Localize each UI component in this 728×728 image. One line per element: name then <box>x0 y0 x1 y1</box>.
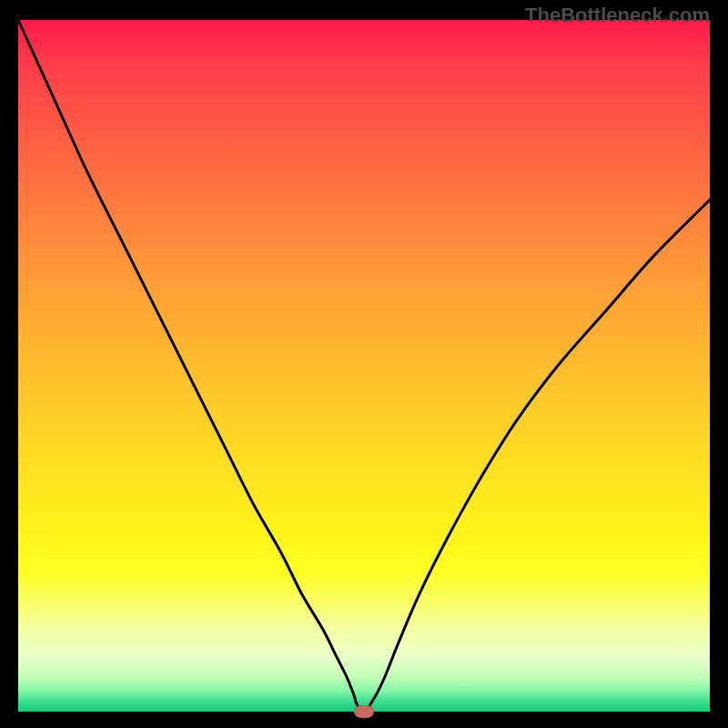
minimum-marker <box>354 705 374 718</box>
watermark-text: TheBottleneck.com <box>525 4 710 27</box>
bottleneck-curve-svg <box>18 20 710 712</box>
chart-plot-area <box>18 20 710 712</box>
bottleneck-curve-line <box>18 20 710 712</box>
